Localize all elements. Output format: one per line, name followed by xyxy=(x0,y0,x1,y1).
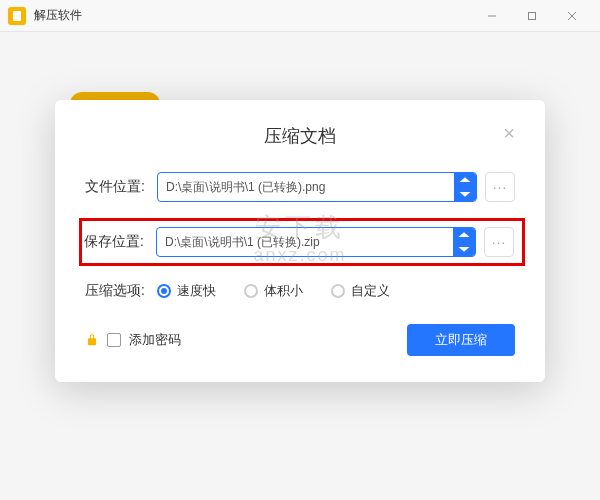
compress-button[interactable]: 立即压缩 xyxy=(407,324,515,356)
lock-icon xyxy=(85,333,99,347)
compress-options-row: 压缩选项: 速度快 体积小 自定义 xyxy=(85,282,515,300)
stepper-icon[interactable] xyxy=(453,228,475,256)
dialog-title: 压缩文档 xyxy=(85,124,515,148)
radio-icon xyxy=(244,284,258,298)
dialog-header: 压缩文档 × xyxy=(85,124,515,148)
file-browse-button[interactable]: ··· xyxy=(485,172,515,202)
save-browse-button[interactable]: ··· xyxy=(484,227,514,257)
minimize-button[interactable] xyxy=(472,0,512,32)
window-title: 解压软件 xyxy=(34,7,472,24)
option-small-label: 体积小 xyxy=(264,282,303,300)
option-custom-radio[interactable]: 自定义 xyxy=(331,282,390,300)
save-location-input[interactable]: D:\桌面\说明书\1 (已转换).zip xyxy=(156,227,476,257)
dialog-footer: 添加密码 立即压缩 xyxy=(85,324,515,356)
maximize-button[interactable] xyxy=(512,0,552,32)
stepper-icon[interactable] xyxy=(454,173,476,201)
options-label: 压缩选项: xyxy=(85,282,157,300)
password-checkbox[interactable] xyxy=(107,333,121,347)
radio-icon xyxy=(331,284,345,298)
file-location-input[interactable]: D:\桌面\说明书\1 (已转换).png xyxy=(157,172,477,202)
option-fast-radio[interactable]: 速度快 xyxy=(157,282,216,300)
dialog-close-button[interactable]: × xyxy=(497,122,521,146)
password-option[interactable]: 添加密码 xyxy=(85,331,181,349)
titlebar: 解压软件 xyxy=(0,0,600,32)
option-fast-label: 速度快 xyxy=(177,282,216,300)
file-location-value: D:\桌面\说明书\1 (已转换).png xyxy=(166,179,325,196)
highlight-annotation: 保存位置: D:\桌面\说明书\1 (已转换).zip ··· xyxy=(79,218,525,266)
save-location-row: 保存位置: D:\桌面\说明书\1 (已转换).zip ··· xyxy=(84,227,514,257)
save-location-label: 保存位置: xyxy=(84,233,156,251)
file-location-label: 文件位置: xyxy=(85,178,157,196)
save-location-value: D:\桌面\说明书\1 (已转换).zip xyxy=(165,234,320,251)
file-location-row: 文件位置: D:\桌面\说明书\1 (已转换).png ··· xyxy=(85,172,515,202)
option-small-radio[interactable]: 体积小 xyxy=(244,282,303,300)
window-controls xyxy=(472,0,592,32)
close-button[interactable] xyxy=(552,0,592,32)
radio-icon xyxy=(157,284,171,298)
option-custom-label: 自定义 xyxy=(351,282,390,300)
app-icon xyxy=(8,7,26,25)
svg-rect-1 xyxy=(529,12,536,19)
password-label: 添加密码 xyxy=(129,331,181,349)
compress-dialog: 压缩文档 × 文件位置: D:\桌面\说明书\1 (已转换).png ··· 保… xyxy=(55,100,545,382)
